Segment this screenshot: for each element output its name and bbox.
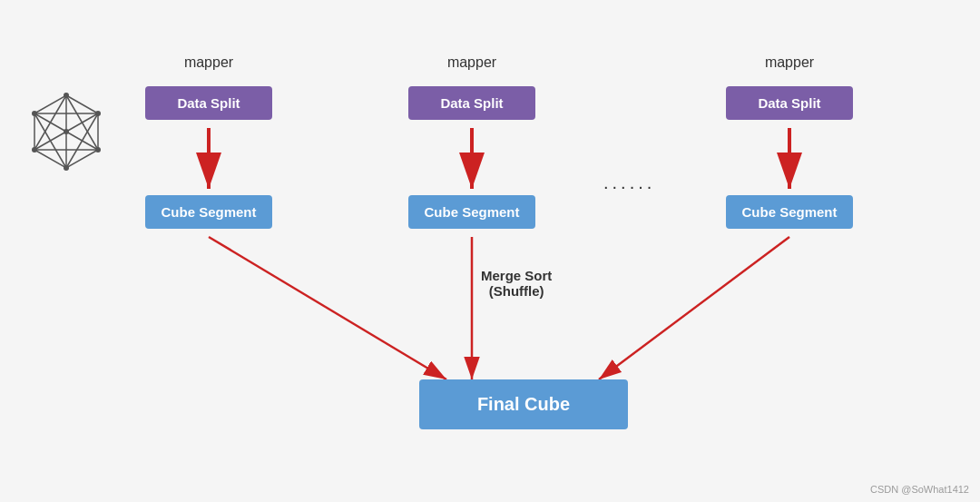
svg-line-24 [209,237,446,379]
cube-segment-box-2: Cube Segment [408,195,535,229]
data-split-box-2: Data Split [408,86,535,120]
diagram-container: mapper mapper mapper Data Split Data Spl… [0,0,980,502]
merge-sort-text: Merge Sort [481,268,552,283]
svg-point-17 [32,147,37,153]
final-cube-box: Final Cube [419,379,628,429]
svg-line-26 [599,237,789,379]
ellipsis-label: ...... [603,172,655,193]
cube-segment-box-3: Cube Segment [726,195,853,229]
mapper-label-2: mapper [408,54,535,71]
svg-point-13 [64,93,69,98]
mapper-label-1: mapper [145,54,272,71]
shuffle-text: (Shuffle) [481,283,552,299]
svg-point-19 [64,129,69,134]
network-icon [25,91,107,176]
svg-point-15 [95,147,101,153]
svg-point-14 [95,111,101,116]
data-split-box-1: Data Split [145,86,272,120]
svg-point-18 [32,111,37,116]
cube-segment-box-1: Cube Segment [145,195,272,229]
merge-sort-label: Merge Sort (Shuffle) [481,268,552,299]
mapper-label-3: mapper [726,54,853,71]
svg-point-16 [64,165,69,171]
watermark: CSDN @SoWhat1412 [870,484,969,495]
data-split-box-3: Data Split [726,86,853,120]
